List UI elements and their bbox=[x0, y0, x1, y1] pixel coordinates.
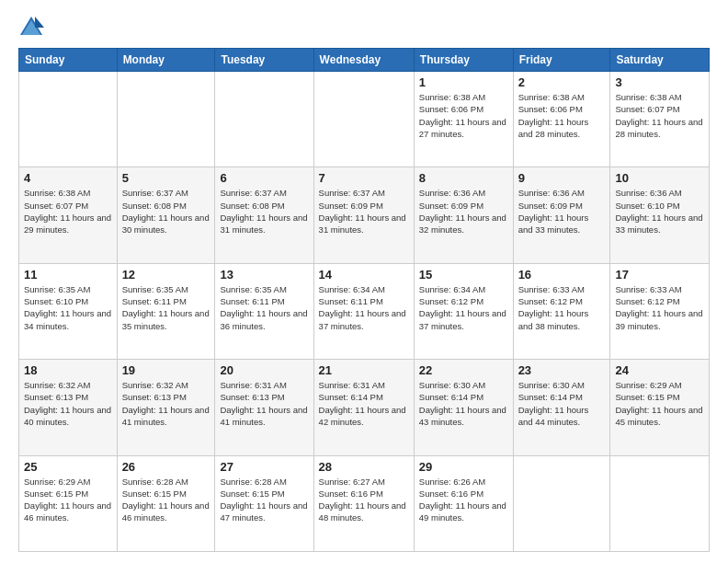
calendar-table: SundayMondayTuesdayWednesdayThursdayFrid… bbox=[18, 48, 710, 552]
day-number: 10 bbox=[615, 171, 704, 185]
day-number: 20 bbox=[220, 363, 308, 377]
day-number: 9 bbox=[518, 171, 606, 185]
calendar-cell: 23Sunrise: 6:30 AM Sunset: 6:14 PM Dayli… bbox=[513, 360, 610, 455]
day-info: Sunrise: 6:38 AM Sunset: 6:07 PM Dayligh… bbox=[615, 91, 704, 140]
day-number: 11 bbox=[24, 268, 112, 282]
logo bbox=[18, 15, 48, 40]
calendar-cell: 1Sunrise: 6:38 AM Sunset: 6:06 PM Daylig… bbox=[414, 72, 513, 167]
day-number: 16 bbox=[518, 268, 606, 282]
calendar-row: 4Sunrise: 6:38 AM Sunset: 6:07 PM Daylig… bbox=[19, 167, 710, 263]
calendar-cell: 25Sunrise: 6:29 AM Sunset: 6:15 PM Dayli… bbox=[19, 455, 118, 551]
calendar-cell bbox=[117, 72, 215, 167]
day-info: Sunrise: 6:27 AM Sunset: 6:16 PM Dayligh… bbox=[319, 476, 409, 524]
day-number: 24 bbox=[615, 363, 704, 377]
weekday-header: Thursday bbox=[414, 49, 513, 72]
calendar-cell: 14Sunrise: 6:34 AM Sunset: 6:11 PM Dayli… bbox=[313, 263, 414, 359]
calendar-cell: 22Sunrise: 6:30 AM Sunset: 6:14 PM Dayli… bbox=[414, 360, 513, 455]
weekday-row: SundayMondayTuesdayWednesdayThursdayFrid… bbox=[19, 49, 710, 72]
day-number: 7 bbox=[319, 171, 409, 185]
day-info: Sunrise: 6:37 AM Sunset: 6:08 PM Dayligh… bbox=[122, 187, 210, 236]
calendar-row: 18Sunrise: 6:32 AM Sunset: 6:13 PM Dayli… bbox=[19, 360, 710, 455]
day-info: Sunrise: 6:36 AM Sunset: 6:09 PM Dayligh… bbox=[518, 187, 606, 236]
day-info: Sunrise: 6:31 AM Sunset: 6:13 PM Dayligh… bbox=[220, 379, 308, 428]
day-info: Sunrise: 6:31 AM Sunset: 6:14 PM Dayligh… bbox=[319, 379, 409, 428]
calendar-cell: 3Sunrise: 6:38 AM Sunset: 6:07 PM Daylig… bbox=[610, 72, 710, 167]
weekday-header: Sunday bbox=[19, 49, 118, 72]
calendar-cell: 17Sunrise: 6:33 AM Sunset: 6:12 PM Dayli… bbox=[610, 263, 710, 359]
day-number: 15 bbox=[419, 268, 508, 282]
day-number: 14 bbox=[319, 268, 409, 282]
calendar-cell: 9Sunrise: 6:36 AM Sunset: 6:09 PM Daylig… bbox=[513, 167, 610, 263]
day-number: 27 bbox=[220, 460, 308, 474]
calendar-cell: 26Sunrise: 6:28 AM Sunset: 6:15 PM Dayli… bbox=[117, 455, 215, 551]
day-info: Sunrise: 6:38 AM Sunset: 6:06 PM Dayligh… bbox=[419, 91, 508, 140]
day-info: Sunrise: 6:28 AM Sunset: 6:15 PM Dayligh… bbox=[220, 476, 308, 524]
page: SundayMondayTuesdayWednesdayThursdayFrid… bbox=[0, 0, 728, 563]
calendar-cell: 20Sunrise: 6:31 AM Sunset: 6:13 PM Dayli… bbox=[215, 360, 313, 455]
day-number: 6 bbox=[220, 171, 308, 185]
calendar-cell: 2Sunrise: 6:38 AM Sunset: 6:06 PM Daylig… bbox=[513, 72, 610, 167]
calendar-cell: 15Sunrise: 6:34 AM Sunset: 6:12 PM Dayli… bbox=[414, 263, 513, 359]
calendar-body: 1Sunrise: 6:38 AM Sunset: 6:06 PM Daylig… bbox=[19, 72, 710, 552]
day-number: 25 bbox=[24, 460, 112, 474]
day-info: Sunrise: 6:26 AM Sunset: 6:16 PM Dayligh… bbox=[419, 476, 508, 524]
calendar-cell bbox=[610, 455, 710, 551]
weekday-header: Tuesday bbox=[215, 49, 313, 72]
day-info: Sunrise: 6:33 AM Sunset: 6:12 PM Dayligh… bbox=[615, 283, 704, 332]
calendar-cell: 27Sunrise: 6:28 AM Sunset: 6:15 PM Dayli… bbox=[215, 455, 313, 551]
weekday-header: Monday bbox=[117, 49, 215, 72]
day-info: Sunrise: 6:34 AM Sunset: 6:11 PM Dayligh… bbox=[319, 283, 409, 332]
day-number: 21 bbox=[319, 363, 409, 377]
calendar-row: 1Sunrise: 6:38 AM Sunset: 6:06 PM Daylig… bbox=[19, 72, 710, 167]
calendar-cell: 19Sunrise: 6:32 AM Sunset: 6:13 PM Dayli… bbox=[117, 360, 215, 455]
day-info: Sunrise: 6:38 AM Sunset: 6:07 PM Dayligh… bbox=[24, 187, 112, 236]
day-number: 22 bbox=[419, 363, 508, 377]
day-info: Sunrise: 6:34 AM Sunset: 6:12 PM Dayligh… bbox=[419, 283, 508, 332]
weekday-header: Wednesday bbox=[313, 49, 414, 72]
calendar-cell: 13Sunrise: 6:35 AM Sunset: 6:11 PM Dayli… bbox=[215, 263, 313, 359]
day-number: 1 bbox=[419, 75, 508, 89]
day-info: Sunrise: 6:29 AM Sunset: 6:15 PM Dayligh… bbox=[615, 379, 704, 428]
day-info: Sunrise: 6:37 AM Sunset: 6:08 PM Dayligh… bbox=[220, 187, 308, 236]
calendar-cell: 28Sunrise: 6:27 AM Sunset: 6:16 PM Dayli… bbox=[313, 455, 414, 551]
day-number: 18 bbox=[24, 363, 112, 377]
day-number: 12 bbox=[122, 268, 210, 282]
calendar-cell: 7Sunrise: 6:37 AM Sunset: 6:09 PM Daylig… bbox=[313, 167, 414, 263]
day-number: 8 bbox=[419, 171, 508, 185]
calendar-cell: 29Sunrise: 6:26 AM Sunset: 6:16 PM Dayli… bbox=[414, 455, 513, 551]
day-info: Sunrise: 6:35 AM Sunset: 6:10 PM Dayligh… bbox=[24, 283, 112, 332]
header bbox=[18, 15, 710, 40]
calendar-cell: 21Sunrise: 6:31 AM Sunset: 6:14 PM Dayli… bbox=[313, 360, 414, 455]
day-number: 13 bbox=[220, 268, 308, 282]
svg-marker-2 bbox=[35, 17, 44, 28]
weekday-header: Saturday bbox=[610, 49, 710, 72]
calendar-cell: 12Sunrise: 6:35 AM Sunset: 6:11 PM Dayli… bbox=[117, 263, 215, 359]
calendar-row: 25Sunrise: 6:29 AM Sunset: 6:15 PM Dayli… bbox=[19, 455, 710, 551]
day-info: Sunrise: 6:32 AM Sunset: 6:13 PM Dayligh… bbox=[24, 379, 112, 428]
calendar-cell bbox=[513, 455, 610, 551]
calendar-cell: 5Sunrise: 6:37 AM Sunset: 6:08 PM Daylig… bbox=[117, 167, 215, 263]
day-number: 3 bbox=[615, 75, 704, 89]
day-info: Sunrise: 6:32 AM Sunset: 6:13 PM Dayligh… bbox=[122, 379, 210, 428]
day-number: 26 bbox=[122, 460, 210, 474]
day-info: Sunrise: 6:37 AM Sunset: 6:09 PM Dayligh… bbox=[319, 187, 409, 236]
weekday-header: Friday bbox=[513, 49, 610, 72]
calendar-row: 11Sunrise: 6:35 AM Sunset: 6:10 PM Dayli… bbox=[19, 263, 710, 359]
day-number: 19 bbox=[122, 363, 210, 377]
calendar-cell: 6Sunrise: 6:37 AM Sunset: 6:08 PM Daylig… bbox=[215, 167, 313, 263]
day-info: Sunrise: 6:30 AM Sunset: 6:14 PM Dayligh… bbox=[419, 379, 508, 428]
day-info: Sunrise: 6:35 AM Sunset: 6:11 PM Dayligh… bbox=[220, 283, 308, 332]
day-info: Sunrise: 6:29 AM Sunset: 6:15 PM Dayligh… bbox=[24, 476, 112, 524]
day-number: 4 bbox=[24, 171, 112, 185]
calendar-cell bbox=[313, 72, 414, 167]
calendar-cell: 18Sunrise: 6:32 AM Sunset: 6:13 PM Dayli… bbox=[19, 360, 118, 455]
day-number: 5 bbox=[122, 171, 210, 185]
calendar-cell bbox=[215, 72, 313, 167]
day-number: 29 bbox=[419, 460, 508, 474]
day-number: 17 bbox=[615, 268, 704, 282]
day-info: Sunrise: 6:38 AM Sunset: 6:06 PM Dayligh… bbox=[518, 91, 606, 140]
day-info: Sunrise: 6:35 AM Sunset: 6:11 PM Dayligh… bbox=[122, 283, 210, 332]
calendar-cell: 11Sunrise: 6:35 AM Sunset: 6:10 PM Dayli… bbox=[19, 263, 118, 359]
day-info: Sunrise: 6:28 AM Sunset: 6:15 PM Dayligh… bbox=[122, 476, 210, 524]
day-info: Sunrise: 6:36 AM Sunset: 6:09 PM Dayligh… bbox=[419, 187, 508, 236]
